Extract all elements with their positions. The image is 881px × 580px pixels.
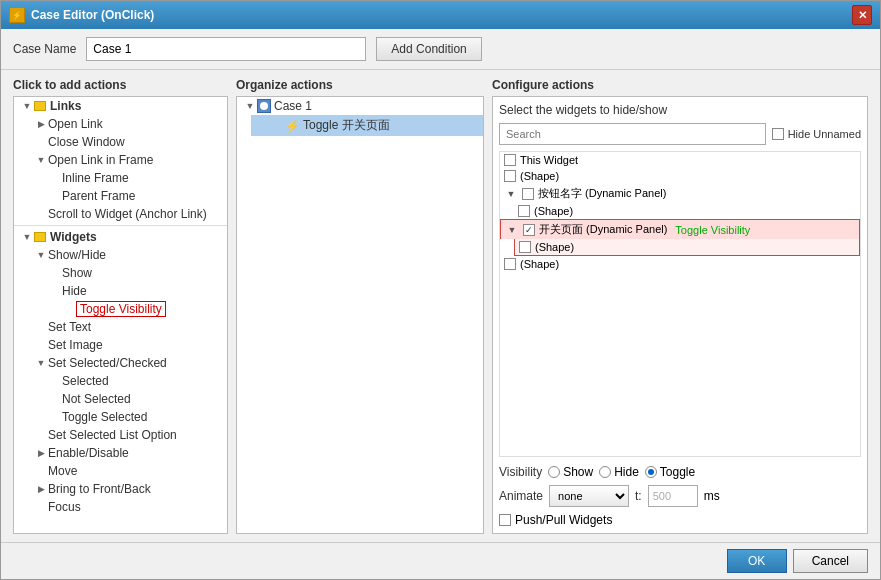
sidebar-item-show-hide[interactable]: ▼ Show/Hide [28,246,227,264]
widget-item-kaiguan-panel[interactable]: ▼ ✓ 开关页面 (Dynamic Panel) Toggle Visibili… [500,219,860,239]
radio-toggle[interactable] [645,466,657,478]
sidebar-item-not-selected[interactable]: ▶ Not Selected [42,390,227,408]
checkbox-this-widget[interactable] [504,154,516,166]
sidebar-item-set-text[interactable]: ▶ Set Text [28,318,227,336]
not-selected-label: Not Selected [62,392,131,406]
sidebar-item-enable-disable[interactable]: ▶ Enable/Disable [28,444,227,462]
sidebar-item-close-window[interactable]: ▶ Close Window [28,133,227,151]
checkbox-kaiguan-panel[interactable]: ✓ [523,224,535,236]
sidebar-item-open-link-frame[interactable]: ▼ Open Link in Frame [28,151,227,169]
case1-label: Case 1 [274,99,312,113]
animate-t-label: t: [635,489,642,503]
visibility-show-option[interactable]: Show [548,465,593,479]
shape4-label: (Shape) [520,258,559,270]
sidebar-item-move[interactable]: ▶ Move [28,462,227,480]
sidebar-item-bring-to-front[interactable]: ▶ Bring to Front/Back [28,480,227,498]
show-hide-label: Show/Hide [48,248,106,262]
left-panel: Click to add actions ▼ Links ▶ Open Link… [13,78,228,534]
sidebar-item-set-selected[interactable]: ▼ Set Selected/Checked [28,354,227,372]
sidebar-item-toggle-visibility[interactable]: Toggle Visibility [42,300,227,318]
window-close-button[interactable]: ✕ [852,5,872,25]
sidebar-item-open-link[interactable]: ▶ Open Link [28,115,227,133]
widget-item-shape4[interactable]: (Shape) [500,256,860,272]
selected-label: Selected [62,374,109,388]
widget-item-dynamic-panel[interactable]: ▼ 按钮名字 (Dynamic Panel) [500,184,860,203]
visibility-label: Visibility [499,465,542,479]
toolbar: Case Name Add Condition [1,29,880,70]
sidebar-item-toggle-selected[interactable]: ▶ Toggle Selected [42,408,227,426]
expander-open-link-frame: ▼ [34,153,48,167]
scroll-to-widget-label: Scroll to Widget (Anchor Link) [48,207,207,221]
lightning-icon: ⚡ [285,119,300,133]
checkbox-shape3[interactable] [519,241,531,253]
right-panel-header: Configure actions [492,78,868,92]
case-editor-window: ⚡ Case Editor (OnClick) ✕ Case Name Add … [0,0,881,580]
open-link-label: Open Link [48,117,103,131]
expander-bring-to-front: ▶ [34,482,48,496]
sidebar-item-set-selected-list[interactable]: ▶ Set Selected List Option [28,426,227,444]
shape2-label: (Shape) [534,205,573,217]
animate-t-input[interactable] [648,485,698,507]
main-area: Click to add actions ▼ Links ▶ Open Link… [1,70,880,542]
checkbox-shape4[interactable] [504,258,516,270]
widgets-folder-icon [34,232,46,242]
cancel-button[interactable]: Cancel [793,549,868,573]
push-pull-row: Push/Pull Widgets [499,513,861,527]
configure-subtitle: Select the widgets to hide/show [499,103,861,117]
radio-show[interactable] [548,466,560,478]
hide-label: Hide [62,284,87,298]
ok-button[interactable]: OK [727,549,787,573]
sidebar-item-inline-frame[interactable]: ▶ Inline Frame [42,169,227,187]
sidebar-item-set-image[interactable]: ▶ Set Image [28,336,227,354]
push-pull-checkbox[interactable] [499,514,511,526]
animate-row: Animate none t: ms [499,485,861,507]
sidebar-item-scroll-to-widget[interactable]: ▶ Scroll to Widget (Anchor Link) [28,205,227,223]
expander-kaiguan: ▼ [505,223,519,237]
radio-hide[interactable] [599,466,611,478]
sidebar-item-links[interactable]: ▼ Links [14,97,227,115]
shape3-label: (Shape) [535,241,574,253]
checkbox-dynamic-panel[interactable] [522,188,534,200]
visibility-hide-option[interactable]: Hide [599,465,639,479]
widget-item-shape1[interactable]: (Shape) [500,168,860,184]
widget-list: This Widget (Shape) ▼ 按钮名字 (Dynamic Pane… [499,151,861,457]
sidebar-item-parent-frame[interactable]: ▶ Parent Frame [42,187,227,205]
inline-frame-label: Inline Frame [62,171,129,185]
window-title: Case Editor (OnClick) [31,8,154,22]
expander-show-hide: ▼ [34,248,48,262]
dynamic-panel-label: 按钮名字 (Dynamic Panel) [538,186,666,201]
hide-unnamed-checkbox[interactable] [772,128,784,140]
hide-unnamed-label: Hide Unnamed [788,128,861,140]
open-link-frame-label: Open Link in Frame [48,153,153,167]
widget-search-input[interactable] [499,123,766,145]
expander-case1: ▼ [243,99,257,113]
add-condition-button[interactable]: Add Condition [376,37,481,61]
toggle-visibility-label: Toggle Visibility [76,301,166,317]
checkbox-shape2[interactable] [518,205,530,217]
hide-unnamed-option[interactable]: Hide Unnamed [772,128,861,140]
checkbox-shape1[interactable] [504,170,516,182]
widget-item-shape3[interactable]: (Shape) [514,239,860,256]
visibility-toggle-option[interactable]: Toggle [645,465,695,479]
sidebar-item-focus[interactable]: ▶ Focus [28,498,227,516]
case1-icon [257,99,271,113]
middle-panel-header: Organize actions [236,78,484,92]
organize-case1-item[interactable]: ▼ Case 1 [237,97,483,115]
sidebar-item-hide[interactable]: ▶ Hide [42,282,227,300]
sidebar-item-widgets[interactable]: ▼ Widgets [14,228,227,246]
title-bar-left: ⚡ Case Editor (OnClick) [9,7,154,23]
widget-item-this-widget[interactable]: This Widget [500,152,860,168]
case-name-label: Case Name [13,42,76,56]
animate-select[interactable]: none [549,485,629,507]
window-icon: ⚡ [9,7,25,23]
push-pull-label: Push/Pull Widgets [515,513,612,527]
case-name-input[interactable] [86,37,366,61]
expander-dynamic-panel: ▼ [504,187,518,201]
links-label: Links [50,99,81,113]
widget-item-shape2[interactable]: (Shape) [514,203,860,219]
sidebar-item-selected[interactable]: ▶ Selected [42,372,227,390]
sidebar-item-show[interactable]: ▶ Show [42,264,227,282]
close-window-label: Close Window [48,135,125,149]
bring-to-front-label: Bring to Front/Back [48,482,151,496]
organize-toggle-action-item[interactable]: ▶ ⚡ Toggle 开关页面 [251,115,483,136]
